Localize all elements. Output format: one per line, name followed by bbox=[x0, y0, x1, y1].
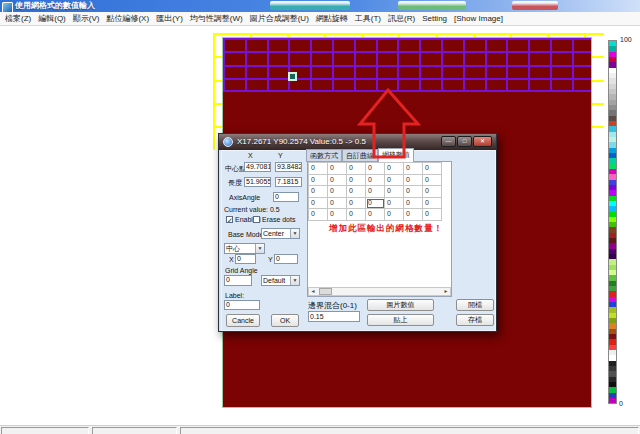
menu-item[interactable]: 網點旋轉 bbox=[316, 13, 348, 24]
grid-cell[interactable]: 0 bbox=[366, 175, 385, 187]
center-y-field[interactable]: 93.8482 bbox=[275, 162, 302, 172]
grid-cell[interactable]: 0 bbox=[423, 175, 442, 187]
status-panel bbox=[92, 427, 177, 434]
length-y-field[interactable]: 7.1815 bbox=[275, 177, 302, 187]
grid-cell[interactable]: 0 bbox=[423, 209, 442, 221]
grid-cell[interactable]: 0 bbox=[366, 198, 385, 210]
label-field[interactable]: 0 bbox=[224, 300, 260, 310]
grid-angle-mode-value: Default bbox=[262, 276, 290, 285]
grid-cell[interactable]: 0 bbox=[385, 198, 404, 210]
grid-cell[interactable]: 0 bbox=[328, 163, 347, 175]
tab-3[interactable]: 網格數值 bbox=[378, 148, 414, 162]
boundary-blend-field[interactable]: 0.15 bbox=[308, 311, 360, 322]
grid-cell[interactable]: 0 bbox=[423, 198, 442, 210]
colorbar-band[interactable] bbox=[609, 398, 616, 403]
current-value-text: Current value: 0.5 bbox=[224, 206, 280, 213]
grid-angle-field[interactable]: 0 bbox=[224, 275, 252, 286]
erase-dots-label: Erase dots bbox=[262, 216, 295, 223]
grid-cell[interactable]: 0 bbox=[423, 186, 442, 198]
menu-item[interactable]: 檔案(Z) bbox=[5, 13, 31, 24]
y-offset-label: Y bbox=[268, 256, 273, 263]
grid-angle-label: Grid Angle bbox=[225, 267, 258, 274]
grid-cell[interactable]: 0 bbox=[309, 163, 328, 175]
grid-cell[interactable]: 0 bbox=[309, 209, 328, 221]
scroll-right-icon[interactable]: ► bbox=[442, 288, 450, 295]
menu-item[interactable]: 訊息(R) bbox=[388, 13, 415, 24]
scrollbar-thumb[interactable] bbox=[319, 288, 332, 295]
grid-cell[interactable]: 0 bbox=[347, 163, 366, 175]
anchor-select[interactable]: 中心 ▼ bbox=[224, 243, 265, 254]
menu-item[interactable]: 均勻性調整(W) bbox=[190, 13, 243, 24]
menu-item[interactable]: 點位編修(X) bbox=[106, 13, 149, 24]
y-offset-field[interactable]: 0 bbox=[274, 254, 298, 264]
grid-cell[interactable]: 0 bbox=[328, 175, 347, 187]
chevron-down-icon: ▼ bbox=[255, 244, 264, 253]
x-offset-label: X bbox=[229, 256, 234, 263]
grid-cell[interactable]: 0 bbox=[404, 198, 423, 210]
status-panel bbox=[180, 427, 639, 434]
grid-cell[interactable]: 0 bbox=[328, 186, 347, 198]
base-mode-value: Center bbox=[262, 229, 290, 238]
center-x-field[interactable]: 49.7081 bbox=[244, 162, 271, 172]
grid-cell[interactable]: 0 bbox=[404, 175, 423, 187]
axis-angle-field[interactable]: 0 bbox=[273, 192, 299, 202]
grid-cell[interactable]: 0 bbox=[347, 209, 366, 221]
grid-cell[interactable]: 0 bbox=[385, 163, 404, 175]
grid-cell[interactable]: 0 bbox=[347, 186, 366, 198]
grid-cell[interactable]: 0 bbox=[328, 209, 347, 221]
grid-cell[interactable]: 0 bbox=[423, 163, 442, 175]
horizontal-scrollbar[interactable]: ◄ ► bbox=[308, 287, 451, 296]
colorbar-max-label: 100 bbox=[620, 36, 632, 43]
grid-cell[interactable]: 0 bbox=[404, 209, 423, 221]
menu-item[interactable]: 顯示(V) bbox=[73, 13, 100, 24]
ok-button[interactable]: OK bbox=[271, 314, 299, 327]
grid-cell[interactable]: 0 bbox=[366, 209, 385, 221]
menu-item[interactable]: 匯出(Y) bbox=[156, 13, 183, 24]
colorbar[interactable] bbox=[608, 40, 617, 404]
window-titlebar[interactable]: 使用網格式的數值輸入 bbox=[0, 0, 640, 12]
grid-angle-mode-select[interactable]: Default ▼ bbox=[261, 275, 300, 286]
grid-cell[interactable]: 0 bbox=[366, 163, 385, 175]
open-file-button[interactable]: 開檔 bbox=[456, 299, 494, 311]
minimize-button[interactable]: — bbox=[441, 136, 456, 147]
enabled-checkbox[interactable]: ✓ bbox=[226, 216, 233, 223]
grid-cell[interactable]: 0 bbox=[347, 198, 366, 210]
maximize-button[interactable]: □ bbox=[457, 136, 472, 147]
menu-bar: 檔案(Z)編輯(Q)顯示(V)點位編修(X)匯出(Y)均勻性調整(W)圖片合成調… bbox=[0, 12, 640, 26]
save-file-button[interactable]: 存檔 bbox=[456, 314, 494, 326]
cancel-button[interactable]: Cancle bbox=[226, 314, 260, 327]
grid-cell[interactable]: 0 bbox=[404, 163, 423, 175]
column-header-y: Y bbox=[278, 152, 283, 159]
menu-item[interactable]: 編輯(Q) bbox=[38, 13, 66, 24]
scroll-left-icon[interactable]: ◄ bbox=[309, 288, 317, 295]
grid-cell[interactable]: 0 bbox=[328, 198, 347, 210]
grid-cell[interactable]: 0 bbox=[366, 186, 385, 198]
menu-item[interactable]: 工具(T) bbox=[355, 13, 381, 24]
paste-button[interactable]: 貼上 bbox=[367, 314, 434, 326]
selected-point-marker[interactable] bbox=[288, 72, 297, 81]
anchor-value: 中心 bbox=[225, 244, 255, 253]
label-label: Label: bbox=[225, 292, 244, 299]
column-header-x: X bbox=[248, 152, 253, 159]
erase-dots-checkbox[interactable] bbox=[253, 216, 260, 223]
grid-cell[interactable]: 0 bbox=[309, 198, 328, 210]
x-offset-field[interactable]: 0 bbox=[235, 254, 256, 264]
grid-cell[interactable]: 0 bbox=[385, 175, 404, 187]
dialog-title: X17.2671 Y90.2574 Value:0.5 -> 0.5 bbox=[237, 134, 366, 149]
dialog-titlebar[interactable]: X17.2671 Y90.2574 Value:0.5 -> 0.5 — □ ✕ bbox=[219, 134, 496, 150]
grid-cell[interactable]: 0 bbox=[347, 175, 366, 187]
close-button[interactable]: ✕ bbox=[473, 136, 492, 147]
menu-item[interactable]: Setting bbox=[422, 14, 447, 23]
base-mode-select[interactable]: Center ▼ bbox=[261, 228, 300, 239]
length-x-field[interactable]: 51.9055 bbox=[244, 177, 271, 187]
grid-value-dialog: X17.2671 Y90.2574 Value:0.5 -> 0.5 — □ ✕… bbox=[218, 133, 497, 332]
image-values-button[interactable]: 圖片數值 bbox=[367, 299, 434, 311]
grid-cell[interactable]: 0 bbox=[309, 175, 328, 187]
grid-cell[interactable]: 0 bbox=[404, 186, 423, 198]
grid-cell[interactable]: 0 bbox=[385, 186, 404, 198]
menu-item[interactable]: [Show Image] bbox=[454, 14, 503, 23]
menu-item[interactable]: 圖片合成調整(U) bbox=[250, 13, 309, 24]
grid-cell[interactable]: 0 bbox=[309, 186, 328, 198]
grid-cell[interactable]: 0 bbox=[385, 209, 404, 221]
dialog-icon bbox=[223, 137, 233, 147]
